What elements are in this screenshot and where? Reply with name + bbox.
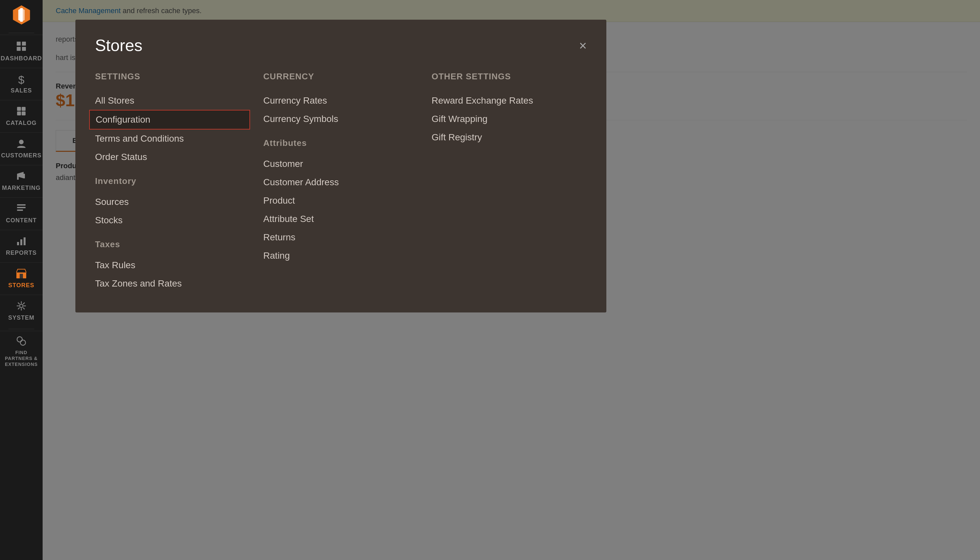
sidebar-item-sales[interactable]: $ SALES bbox=[0, 68, 43, 100]
svg-rect-8 bbox=[17, 107, 21, 111]
tax-zones-rates-link[interactable]: Tax Zones and Rates bbox=[95, 275, 250, 293]
customer-attr-link[interactable]: Customer bbox=[263, 155, 418, 173]
reports-label: REPORTS bbox=[6, 250, 37, 257]
sources-link[interactable]: Sources bbox=[95, 193, 250, 211]
find-partners-label: FIND PARTNERS & EXTENSIONS bbox=[3, 350, 39, 368]
stocks-link[interactable]: Stocks bbox=[95, 211, 250, 230]
taxes-heading: Taxes bbox=[95, 239, 250, 250]
main-content: Cache Management and refresh cache types… bbox=[43, 0, 980, 560]
attributes-heading: Attributes bbox=[263, 138, 418, 148]
svg-point-12 bbox=[19, 140, 23, 144]
dashboard-icon bbox=[16, 41, 27, 53]
modal-close-button[interactable]: × bbox=[579, 39, 587, 52]
svg-rect-15 bbox=[17, 177, 19, 180]
svg-rect-14 bbox=[23, 174, 25, 178]
attribute-set-link[interactable]: Attribute Set bbox=[263, 210, 418, 228]
svg-rect-9 bbox=[22, 107, 25, 111]
customers-label: CUSTOMERS bbox=[1, 152, 42, 159]
svg-rect-23 bbox=[20, 274, 23, 278]
sidebar-item-reports[interactable]: REPORTS bbox=[0, 230, 43, 262]
svg-rect-5 bbox=[22, 42, 26, 45]
modal-header: Stores × bbox=[95, 36, 587, 55]
svg-rect-16 bbox=[17, 204, 25, 205]
modal-overlay[interactable]: Stores × Settings All Stores Configurati… bbox=[43, 0, 980, 560]
sidebar-item-find-partners[interactable]: FIND PARTNERS & EXTENSIONS bbox=[0, 331, 43, 372]
system-label: SYSTEM bbox=[8, 315, 35, 321]
catalog-icon bbox=[17, 106, 26, 118]
svg-rect-4 bbox=[17, 42, 21, 45]
currency-rates-link[interactable]: Currency Rates bbox=[263, 92, 418, 110]
modal-columns: Settings All Stores Configuration Terms … bbox=[95, 72, 587, 293]
settings-heading: Settings bbox=[95, 72, 250, 82]
gift-wrapping-link[interactable]: Gift Wrapping bbox=[432, 110, 587, 128]
sidebar-item-content[interactable]: CONTENT bbox=[0, 197, 43, 230]
sales-icon: $ bbox=[18, 74, 25, 85]
svg-rect-6 bbox=[17, 47, 21, 51]
system-icon bbox=[17, 301, 26, 312]
sidebar-divider-top bbox=[8, 33, 34, 33]
stores-label: STORES bbox=[8, 282, 35, 289]
sidebar-item-stores[interactable]: STORES bbox=[0, 262, 43, 295]
customer-address-attr-link[interactable]: Customer Address bbox=[263, 173, 418, 192]
sidebar-divider-bottom bbox=[8, 329, 34, 329]
terms-conditions-link[interactable]: Terms and Conditions bbox=[95, 130, 250, 148]
find-partners-icon bbox=[17, 336, 26, 348]
stores-modal: Stores × Settings All Stores Configurati… bbox=[75, 20, 606, 312]
svg-rect-19 bbox=[17, 242, 19, 245]
sidebar-item-dashboard[interactable]: DASHBOARD bbox=[0, 35, 43, 68]
svg-rect-21 bbox=[23, 237, 25, 245]
catalog-label: CATALOG bbox=[6, 120, 37, 127]
svg-rect-10 bbox=[17, 112, 21, 115]
modal-title: Stores bbox=[95, 36, 143, 55]
reward-exchange-rates-link[interactable]: Reward Exchange Rates bbox=[432, 92, 587, 110]
all-stores-link[interactable]: All Stores bbox=[95, 92, 250, 110]
currency-heading: Currency bbox=[263, 72, 418, 82]
svg-rect-18 bbox=[17, 210, 23, 211]
other-settings-column: Other Settings Reward Exchange Rates Gif… bbox=[432, 72, 587, 293]
content-icon bbox=[17, 203, 26, 215]
svg-point-24 bbox=[20, 304, 23, 308]
app-container: DASHBOARD $ SALES CATALOG bbox=[0, 0, 980, 560]
svg-rect-11 bbox=[22, 112, 25, 115]
settings-column: Settings All Stores Configuration Terms … bbox=[95, 72, 250, 293]
customers-icon bbox=[17, 139, 26, 150]
configuration-link[interactable]: Configuration bbox=[89, 110, 250, 130]
stores-icon bbox=[16, 268, 27, 280]
sidebar-item-marketing[interactable]: MARKETING bbox=[0, 165, 43, 197]
reports-icon bbox=[17, 236, 26, 248]
svg-rect-7 bbox=[22, 47, 26, 51]
content-label: CONTENT bbox=[6, 217, 37, 224]
other-settings-heading: Other Settings bbox=[432, 72, 587, 82]
tax-rules-link[interactable]: Tax Rules bbox=[95, 256, 250, 275]
order-status-link[interactable]: Order Status bbox=[95, 148, 250, 166]
dashboard-label: DASHBOARD bbox=[1, 55, 42, 62]
currency-column: Currency Currency Rates Currency Symbols… bbox=[263, 72, 418, 293]
sidebar-item-system[interactable]: SYSTEM bbox=[0, 295, 43, 327]
svg-rect-3 bbox=[20, 8, 23, 22]
svg-rect-17 bbox=[17, 207, 25, 208]
svg-point-26 bbox=[20, 340, 25, 345]
currency-symbols-link[interactable]: Currency Symbols bbox=[263, 110, 418, 128]
sales-label: SALES bbox=[10, 87, 32, 94]
sidebar-item-customers[interactable]: CUSTOMERS bbox=[0, 132, 43, 165]
svg-point-25 bbox=[17, 337, 22, 342]
rating-attr-link[interactable]: Rating bbox=[263, 247, 418, 265]
magento-logo bbox=[10, 3, 33, 26]
gift-registry-link[interactable]: Gift Registry bbox=[432, 128, 587, 147]
returns-attr-link[interactable]: Returns bbox=[263, 228, 418, 247]
sidebar-item-catalog[interactable]: CATALOG bbox=[0, 100, 43, 132]
sidebar: DASHBOARD $ SALES CATALOG bbox=[0, 0, 43, 560]
marketing-label: MARKETING bbox=[2, 185, 41, 192]
marketing-icon bbox=[17, 171, 26, 183]
inventory-heading: Inventory bbox=[95, 176, 250, 186]
product-attr-link[interactable]: Product bbox=[263, 192, 418, 210]
svg-rect-20 bbox=[20, 239, 22, 245]
